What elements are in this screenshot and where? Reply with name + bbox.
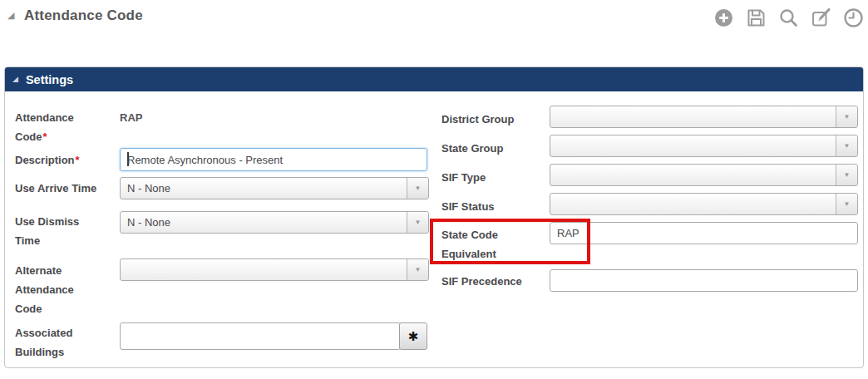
- attendance-code-value: RAP: [120, 108, 142, 127]
- settings-panel-header[interactable]: ◢ Settings: [5, 67, 863, 91]
- edit-icon: [810, 7, 832, 29]
- select-value: N - None: [127, 178, 170, 199]
- chevron-down-icon[interactable]: ▼: [407, 212, 428, 233]
- use-dismiss-time-select[interactable]: N - None ▼: [120, 211, 429, 234]
- description-label: Description*: [15, 150, 98, 170]
- sif-precedence-input[interactable]: [550, 269, 858, 292]
- settings-panel: ◢ Settings Attendance Code* RAP Descript…: [4, 66, 864, 368]
- select-value: N - None: [127, 212, 170, 233]
- settings-collapse-icon: ◢: [12, 76, 18, 83]
- chevron-down-icon[interactable]: ▼: [407, 178, 428, 199]
- edit-button[interactable]: [810, 7, 832, 29]
- page-toolbar: [713, 7, 865, 29]
- page-title: Attendance Code: [24, 7, 143, 24]
- history-icon: [842, 7, 865, 29]
- state-group-label: State Group: [441, 139, 540, 158]
- sif-status-label: SIF Status: [441, 197, 540, 216]
- add-icon: [713, 7, 735, 29]
- sif-type-select[interactable]: ▼: [550, 164, 858, 186]
- text-caret: [127, 152, 129, 166]
- use-arrive-time-select[interactable]: N - None ▼: [120, 177, 429, 199]
- associated-buildings-label: Associated Buildings: [15, 323, 98, 362]
- search-button[interactable]: [777, 7, 800, 29]
- save-icon: [745, 7, 767, 29]
- state-code-equivalent-input[interactable]: [550, 222, 858, 244]
- asterisk-icon: ✱: [408, 329, 419, 344]
- associated-buildings-lookup-button[interactable]: ✱: [399, 322, 427, 350]
- district-group-select[interactable]: ▼: [550, 106, 858, 128]
- alternate-attendance-code-label: Alternate Attendance Code: [15, 261, 98, 318]
- chevron-down-icon[interactable]: ▼: [407, 259, 428, 280]
- required-marker: *: [43, 130, 47, 143]
- district-group-label: District Group: [441, 110, 540, 129]
- history-button[interactable]: [842, 7, 865, 29]
- attendance-code-page: ◢ Attendance Code: [0, 0, 868, 379]
- alternate-attendance-code-select[interactable]: ▼: [120, 258, 429, 281]
- settings-panel-title: Settings: [26, 73, 73, 86]
- description-input[interactable]: [120, 148, 427, 171]
- chevron-down-icon[interactable]: ▼: [836, 135, 857, 156]
- state-group-select[interactable]: ▼: [550, 135, 858, 157]
- save-button[interactable]: [745, 7, 767, 29]
- state-code-equivalent-label: State Code Equivalent: [441, 225, 540, 263]
- add-button[interactable]: [713, 7, 735, 29]
- chevron-down-icon[interactable]: ▼: [836, 165, 857, 185]
- associated-buildings-input[interactable]: [120, 322, 401, 350]
- chevron-down-icon[interactable]: ▼: [836, 194, 857, 214]
- page-collapse-icon[interactable]: ◢: [7, 11, 14, 20]
- use-dismiss-time-label: Use Dismiss Time: [15, 212, 98, 250]
- sif-type-label: SIF Type: [441, 168, 540, 187]
- required-marker: *: [76, 154, 80, 166]
- search-icon: [777, 7, 800, 29]
- sif-status-select[interactable]: ▼: [550, 193, 858, 215]
- sif-precedence-label: SIF Precedence: [441, 272, 540, 291]
- attendance-code-label: Attendance Code*: [15, 108, 98, 146]
- chevron-down-icon[interactable]: ▼: [836, 106, 857, 127]
- use-arrive-time-label: Use Arrive Time: [15, 179, 98, 198]
